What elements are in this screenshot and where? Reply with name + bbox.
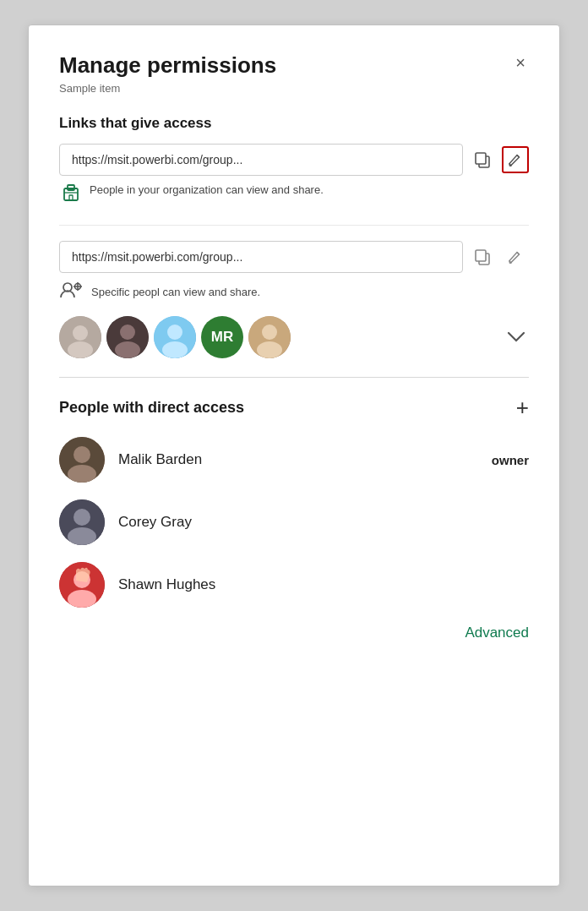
svg-point-13 [68, 341, 93, 358]
svg-point-18 [167, 325, 182, 340]
people-add-icon [59, 280, 83, 304]
svg-point-16 [115, 341, 140, 358]
link1-desc-text: People in your organization can view and… [90, 183, 324, 198]
link2-edit-button[interactable] [502, 243, 529, 270]
manage-permissions-panel: Manage permissions × Sample item Links t… [28, 25, 560, 886]
avatar-shawn [59, 562, 105, 608]
svg-point-22 [257, 341, 282, 358]
link1-input[interactable] [59, 144, 463, 176]
copy-icon-2 [473, 248, 492, 266]
add-person-button[interactable]: + [516, 396, 529, 418]
avatar-1 [59, 316, 101, 358]
person-row-shawn: Shawn Hughes [59, 562, 529, 608]
person-name-corey: Corey Gray [118, 514, 529, 531]
svg-rect-6 [476, 250, 486, 261]
svg-point-15 [120, 325, 135, 340]
edit-icon [507, 151, 524, 168]
links-section-title: Links that give access [59, 115, 529, 132]
svg-point-21 [262, 325, 277, 340]
person-name-malik: Malik Barden [118, 451, 478, 468]
svg-rect-3 [68, 185, 74, 190]
panel-header: Manage permissions × [59, 52, 529, 79]
link1-copy-button[interactable] [468, 145, 497, 174]
link2-row [59, 241, 529, 273]
svg-point-24 [74, 446, 90, 463]
chevron-down-icon [507, 331, 525, 343]
link2-copy-button[interactable] [468, 243, 497, 271]
avatars-row: MR [59, 316, 529, 358]
link2-input[interactable] [59, 241, 463, 273]
close-button[interactable]: × [512, 52, 529, 73]
person-name-shawn: Shawn Hughes [118, 576, 529, 593]
building-icon [61, 183, 81, 208]
avatar-3 [154, 316, 196, 358]
svg-rect-1 [476, 153, 486, 164]
svg-point-19 [162, 341, 188, 358]
svg-point-25 [68, 465, 96, 483]
copy-icon [473, 150, 492, 169]
svg-point-12 [73, 325, 88, 341]
specific-desc: Specific peopl can view and share. [59, 280, 529, 304]
advanced-button[interactable]: Advanced [465, 625, 529, 641]
svg-point-31 [68, 590, 96, 608]
direct-access-header: People with direct access + [59, 396, 529, 418]
panel-title: Manage permissions [59, 52, 276, 79]
edit-icon-2 [507, 248, 524, 265]
svg-point-28 [68, 527, 96, 545]
avatar-corey [59, 499, 105, 545]
avatar-5 [248, 316, 291, 358]
divider1 [59, 225, 529, 226]
owner-badge-malik: owner [492, 453, 529, 467]
avatars-expand-button[interactable] [504, 323, 529, 352]
direct-access-title: People with direct access [59, 399, 244, 417]
svg-point-27 [74, 509, 90, 526]
link1-row [59, 144, 529, 176]
link1-edit-button[interactable] [502, 146, 529, 173]
avatar-mr: MR [201, 316, 243, 358]
avatar-mr-initials: MR [211, 329, 233, 346]
panel-subtitle: Sample item [59, 82, 529, 95]
avatar-malik [59, 437, 105, 483]
advanced-link-container: Advanced [59, 625, 529, 641]
person-row-malik: Malik Barden owner [59, 437, 529, 483]
specific-desc-text: Specific peopl can view and share. [91, 286, 260, 298]
avatar-2 [106, 316, 149, 358]
link1-desc: People in your organization can view and… [59, 183, 529, 208]
person-row-corey: Corey Gray [59, 499, 529, 545]
section-divider [59, 377, 529, 378]
